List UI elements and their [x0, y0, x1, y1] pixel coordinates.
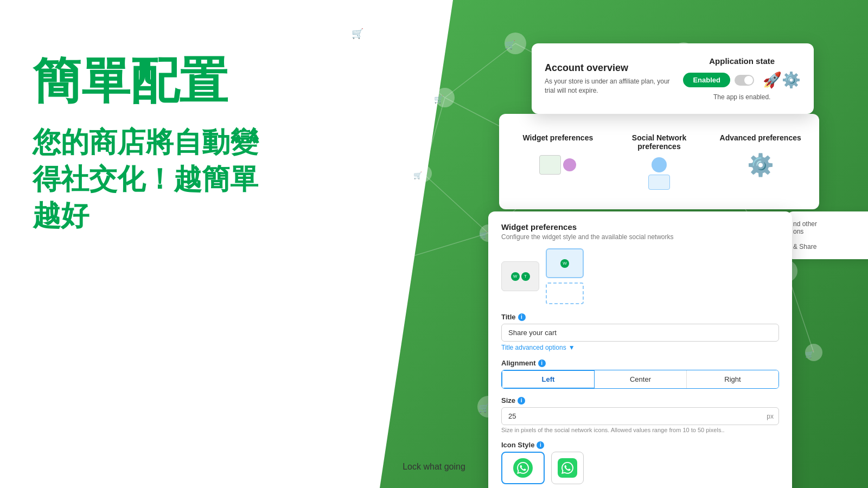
pref-label-social: Social Network preferences: [616, 133, 703, 151]
size-input[interactable]: [501, 407, 779, 425]
pref-item-social[interactable]: Social Network preferences: [611, 127, 707, 196]
social-monitor: [648, 175, 670, 190]
size-hint: Size in pixels of the social network ico…: [501, 427, 779, 433]
preview-box-selected[interactable]: W: [546, 248, 584, 278]
mini-icons-selected: W: [560, 259, 569, 268]
form-group-title: Title i Title advanced options ▼: [501, 313, 779, 351]
sub-title-line3: 越好: [33, 197, 258, 234]
pref-label-advanced: Advanced preferences: [717, 133, 804, 142]
side-card-right: nd otherons & Share: [787, 211, 868, 259]
main-title: 簡單配置: [33, 54, 258, 108]
preview-selected-area: W: [546, 248, 584, 304]
whatsapp-circle-icon: [513, 458, 533, 478]
account-left: Account overview As your store is under …: [545, 62, 672, 95]
preview-box-1[interactable]: W T: [501, 261, 539, 291]
left-content: 簡單配置 您的商店將自動變 得社交化！越簡單 越好: [33, 54, 258, 234]
account-title: Account overview: [545, 62, 672, 74]
size-input-container: px: [501, 407, 779, 425]
widget-illus: [539, 155, 576, 175]
sub-title: 您的商店將自動變 得社交化！越簡單 越好: [33, 124, 258, 234]
form-group-size: Size i px Size in pixels of the social n…: [501, 396, 779, 433]
alignment-label-text: Alignment: [501, 359, 536, 367]
widget-detail-desc: Configure the widget style and the avail…: [501, 233, 779, 241]
mini-icons: W T: [511, 272, 530, 281]
align-right-button[interactable]: Right: [687, 370, 778, 388]
pref-img-widget: [536, 149, 579, 181]
enabled-toggle-button[interactable]: Enabled: [683, 73, 730, 87]
pref-item-advanced[interactable]: Advanced preferences ⚙️: [712, 127, 808, 196]
toggle-container: Enabled 🚀⚙️: [683, 71, 801, 89]
account-overview-card: Account overview As your store is under …: [532, 43, 814, 114]
toggle-switch[interactable]: [735, 75, 754, 86]
alignment-info-icon[interactable]: i: [538, 359, 546, 367]
form-label-title: Title i: [501, 313, 779, 321]
side-card-right-text: nd otherons: [793, 220, 867, 235]
pref-img-advanced: ⚙️: [739, 149, 782, 181]
form-group-icon-style: Icon Style i: [501, 441, 779, 484]
bottom-lock-text: Lock what going: [403, 462, 465, 472]
alignment-row: Left Center Right: [501, 370, 779, 389]
align-center-button[interactable]: Center: [595, 370, 687, 388]
gear-big-icon: ⚙️: [747, 152, 774, 178]
chevron-down-icon: ▼: [569, 344, 575, 351]
pref-img-social: [637, 157, 681, 190]
sub-title-line1: 您的商店將自動變: [33, 124, 258, 161]
title-input[interactable]: [501, 324, 779, 342]
icon-style-row: [501, 452, 779, 484]
preview-dashed: [546, 282, 584, 304]
widget-preview-area: W T W: [501, 248, 779, 304]
form-group-alignment: Alignment i Left Center Right: [501, 359, 779, 389]
account-desc: As your store is under an affiliate plan…: [545, 77, 672, 95]
widget-circle: [563, 158, 576, 171]
account-right: Application state Enabled 🚀⚙️ The app is…: [683, 56, 801, 101]
preferences-card: Widget preferences Social Network prefer…: [499, 114, 819, 209]
mini-icon-1: W: [511, 272, 520, 281]
advanced-illus: ⚙️: [747, 152, 774, 178]
mini-icon-2: T: [521, 272, 530, 281]
sub-title-line2: 得社交化！越簡單: [33, 161, 258, 198]
icon-style-option-1[interactable]: [501, 452, 545, 484]
side-card-right-text2: & Share: [793, 243, 867, 251]
app-enabled-text: The app is enabled.: [683, 93, 801, 101]
icon-style-info-icon[interactable]: i: [537, 441, 544, 449]
widget-detail-title: Widget preferences: [501, 222, 779, 232]
app-state-title: Application state: [683, 56, 801, 66]
mini-icon-sel-1: W: [560, 259, 569, 268]
title-advanced-link[interactable]: Title advanced options ▼: [501, 344, 779, 351]
whatsapp-square-icon: [558, 458, 577, 478]
social-illus: [648, 157, 670, 190]
form-label-icon-style: Icon Style i: [501, 441, 779, 449]
widget-detail-header: Widget preferences Configure the widget …: [501, 222, 779, 241]
size-info-icon[interactable]: i: [518, 397, 525, 404]
pref-item-widget[interactable]: Widget preferences: [510, 127, 606, 196]
size-unit: px: [767, 413, 774, 420]
title-advanced-text: Title advanced options: [501, 344, 566, 351]
widget-detail-card: Widget preferences Configure the widget …: [488, 211, 792, 488]
size-label-text: Size: [501, 396, 515, 404]
social-person: [652, 157, 667, 172]
title-info-icon[interactable]: i: [518, 313, 526, 321]
icon-style-label-text: Icon Style: [501, 441, 534, 449]
rocket-icon: 🚀⚙️: [763, 71, 801, 89]
icon-style-option-2[interactable]: [551, 452, 584, 484]
form-label-size: Size i: [501, 396, 779, 404]
form-label-alignment: Alignment i: [501, 359, 779, 367]
pref-label-widget: Widget preferences: [514, 133, 602, 142]
title-label-text: Title: [501, 313, 516, 321]
align-left-button[interactable]: Left: [501, 370, 595, 389]
widget-box: [539, 155, 561, 175]
